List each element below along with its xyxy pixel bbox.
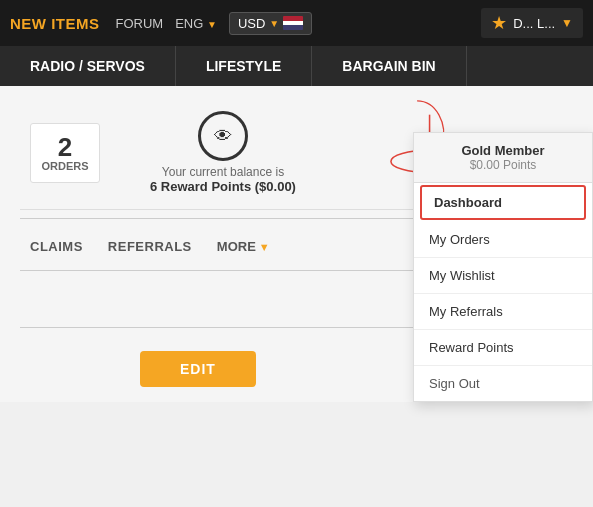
more-arrow-icon: ▼ xyxy=(259,241,270,253)
balance-circle-icon: 👁 xyxy=(198,111,248,161)
currency-selector[interactable]: USD ▼ xyxy=(229,12,312,35)
flag-icon xyxy=(283,16,303,30)
subnav-more[interactable]: MORE ▼ xyxy=(217,239,270,254)
new-items-link[interactable]: NEW ITEMS xyxy=(10,15,100,32)
subnav-referrals[interactable]: REFERRALS xyxy=(108,239,217,254)
dropdown-my-wishlist[interactable]: My Wishlist xyxy=(414,258,592,294)
balance-value-text: 6 Reward Points ($0.00) xyxy=(150,179,296,194)
balance-intro-text: Your current balance is xyxy=(162,165,284,179)
user-name-label: D... L... xyxy=(513,16,555,31)
dropdown-sign-out[interactable]: Sign Out xyxy=(414,366,592,401)
cat-nav-lifestyle[interactable]: LIFESTYLE xyxy=(176,46,312,86)
orders-box: 2 ORDERS xyxy=(30,123,100,183)
membership-tier-label: Gold Member xyxy=(429,143,577,158)
points-label: $0.00 Points xyxy=(429,158,577,172)
edit-button[interactable]: EDIT xyxy=(140,351,256,387)
dropdown-reward-points[interactable]: Reward Points xyxy=(414,330,592,366)
top-nav-left: NEW ITEMS FORUM ENG ▼ USD ▼ xyxy=(10,12,312,35)
category-navigation: RADIO / SERVOS LIFESTYLE BARGAIN BIN xyxy=(0,46,593,86)
dropdown-my-referrals[interactable]: My Referrals xyxy=(414,294,592,330)
orders-count: 2 xyxy=(58,134,72,160)
language-selector[interactable]: ENG ▼ xyxy=(175,16,217,31)
cat-nav-bargain-bin[interactable]: BARGAIN BIN xyxy=(312,46,466,86)
user-menu-trigger[interactable]: ★ D... L... ▼ xyxy=(481,8,583,38)
top-navigation: NEW ITEMS FORUM ENG ▼ USD ▼ ★ D... L... … xyxy=(0,0,593,46)
main-content: 2 ORDERS 👁 Your current balance is 6 Rew… xyxy=(0,86,593,402)
cat-nav-radio-servos[interactable]: RADIO / SERVOS xyxy=(0,46,176,86)
dropdown-dashboard[interactable]: Dashboard xyxy=(420,185,586,220)
balance-section: 👁 Your current balance is 6 Reward Point… xyxy=(150,111,296,194)
member-star-icon: ★ xyxy=(491,12,507,34)
dropdown-header: Gold Member $0.00 Points xyxy=(414,133,592,183)
user-menu-chevron-icon: ▼ xyxy=(561,16,573,30)
dropdown-my-orders[interactable]: My Orders xyxy=(414,222,592,258)
user-dropdown-menu: Gold Member $0.00 Points Dashboard My Or… xyxy=(413,132,593,402)
orders-label: ORDERS xyxy=(41,160,88,172)
top-nav-right: ★ D... L... ▼ xyxy=(481,8,583,38)
eye-icon: 👁 xyxy=(214,126,232,147)
forum-link[interactable]: FORUM xyxy=(116,16,164,31)
subnav-claims[interactable]: CLAIMS xyxy=(30,239,108,254)
